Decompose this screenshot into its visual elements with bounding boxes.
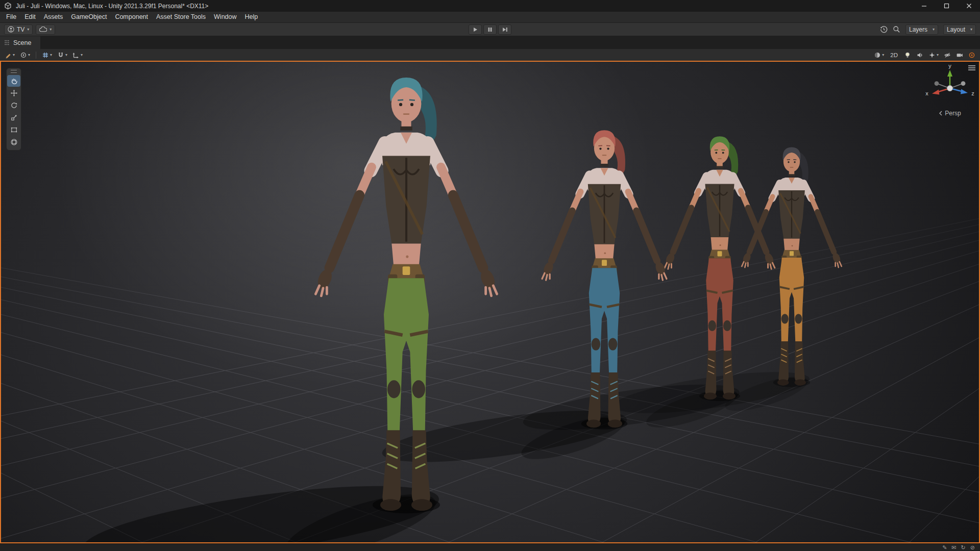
mode-2d-button[interactable]: 2D [888, 50, 900, 60]
scale-tool-button[interactable] [7, 112, 20, 123]
layers-dropdown[interactable]: Layers ▾ [905, 24, 938, 35]
magnet-icon [57, 52, 64, 59]
undo-history-button[interactable] [880, 26, 888, 33]
character[interactable] [665, 136, 775, 399]
character[interactable] [742, 147, 842, 386]
unity-window: Juli - Juli - Windows, Mac, Linux - Unit… [0, 0, 980, 551]
gizmos-target-icon [968, 52, 975, 59]
menu-assets[interactable]: Assets [40, 12, 67, 22]
account-label: TV [17, 26, 24, 33]
scene-viewport[interactable]: y x z Persp [0, 61, 980, 543]
move-tool-button[interactable] [7, 87, 20, 99]
caret-down-icon: ▾ [937, 53, 939, 57]
window-controls [913, 0, 980, 12]
lightbulb-icon [904, 52, 911, 59]
progress-icon[interactable]: ⊘ [970, 545, 975, 550]
mode-2d-label: 2D [889, 52, 899, 58]
rect-tool-button[interactable] [7, 124, 20, 136]
code-coverage-icon[interactable]: ✎ [942, 545, 947, 550]
menu-gameobject[interactable]: GameObject [67, 12, 111, 22]
pivot-sphere-icon [20, 52, 27, 59]
scene-visibility-toggle[interactable] [942, 50, 952, 60]
layers-label: Layers [909, 26, 927, 33]
play-button[interactable] [469, 24, 482, 35]
projection-label: Persp [945, 110, 961, 117]
camera-icon [956, 52, 963, 59]
minimize-button[interactable] [913, 0, 935, 12]
cloud-icon [39, 27, 47, 32]
maximize-button[interactable] [935, 0, 958, 12]
play-icon [473, 27, 478, 32]
sync-icon[interactable]: ↻ [961, 545, 966, 550]
axis-y-label[interactable]: y [948, 63, 951, 69]
scene-tab-label: Scene [13, 39, 31, 46]
scene-audio-toggle[interactable] [915, 50, 925, 60]
draw-mode-dropdown[interactable]: ▾ [872, 50, 886, 60]
caret-down-icon: ▾ [50, 28, 52, 32]
snap-settings-dropdown[interactable]: ▾ [56, 50, 69, 60]
menu-bar: FileEditAssetsGameObjectComponentAsset S… [0, 12, 980, 23]
step-button[interactable] [498, 24, 511, 35]
caret-down-icon: ▾ [27, 28, 29, 32]
account-dropdown[interactable]: TV ▾ [4, 24, 33, 35]
dock-handle-icon [4, 40, 10, 45]
search-button[interactable] [893, 26, 900, 33]
scene-lighting-toggle[interactable] [902, 50, 913, 60]
axis-z-label[interactable]: z [971, 90, 974, 96]
pause-button[interactable] [483, 24, 497, 35]
pivot-mode-dropdown[interactable]: ▾ [18, 50, 32, 60]
play-controls [469, 23, 511, 36]
caret-down-icon: ▾ [28, 53, 30, 57]
overlay-handle-icon[interactable] [11, 70, 17, 73]
close-button[interactable] [958, 0, 980, 12]
scene-view-toolbar: ▾ ▾ ▾ ▾ [0, 49, 980, 61]
menu-bar-line [968, 69, 975, 70]
caret-down-icon: ▾ [13, 53, 15, 57]
menu-edit[interactable]: Edit [20, 12, 40, 22]
minimize-icon [921, 3, 927, 9]
grid-icon [42, 52, 49, 59]
menu-help[interactable]: Help [241, 12, 262, 22]
gizmos-dropdown[interactable] [967, 50, 977, 60]
menu-bar-line [968, 67, 975, 68]
pan-tool-button[interactable] [7, 75, 20, 87]
menu-bar-line [968, 65, 975, 66]
search-icon [893, 26, 900, 33]
caret-down-icon: ▾ [882, 53, 884, 57]
speaker-icon [916, 52, 923, 59]
rotate-icon [10, 102, 18, 109]
menu-window[interactable]: Window [210, 12, 240, 22]
grid-visibility-dropdown[interactable]: ▾ [40, 50, 54, 60]
ground-grid [1, 148, 979, 542]
pause-icon [487, 27, 493, 32]
effects-dropdown[interactable]: ▾ [927, 50, 940, 60]
layout-dropdown[interactable]: Layout ▾ [943, 24, 976, 35]
scene-render[interactable] [1, 62, 979, 542]
axis-x-label[interactable]: x [925, 90, 928, 96]
transform-tool-button[interactable] [7, 136, 20, 148]
layout-label: Layout [947, 26, 965, 33]
scene-tab[interactable]: Scene [0, 36, 40, 49]
window-title: Juli - Juli - Windows, Mac, Linux - Unit… [16, 3, 208, 10]
hand-icon [10, 77, 18, 85]
hidden-eye-icon [944, 52, 951, 59]
account-avatar-icon [8, 26, 14, 33]
snap-move-dropdown[interactable]: ▾ [71, 50, 84, 60]
menu-asset-store-tools[interactable]: Asset Store Tools [152, 12, 210, 22]
move-icon [10, 89, 18, 97]
transform-icon [10, 138, 18, 146]
projection-toggle[interactable]: Persp [921, 110, 979, 117]
title-bar: Juli - Juli - Windows, Mac, Linux - Unit… [0, 0, 980, 12]
rect-tool-icon [10, 126, 18, 134]
rotate-tool-button[interactable] [7, 99, 20, 111]
menu-file[interactable]: File [2, 12, 20, 22]
inbox-icon[interactable]: ✉ [951, 545, 956, 550]
dock-tab-bar: Scene [0, 36, 980, 49]
cloud-services-button[interactable]: ▾ [36, 24, 55, 35]
menu-component[interactable]: Component [111, 12, 152, 22]
character[interactable] [542, 130, 667, 428]
overlay-menu-button[interactable] [968, 64, 975, 71]
toolbar-separator [36, 52, 36, 59]
tool-settings-dropdown[interactable]: ▾ [3, 50, 16, 60]
camera-settings-button[interactable] [954, 50, 965, 60]
